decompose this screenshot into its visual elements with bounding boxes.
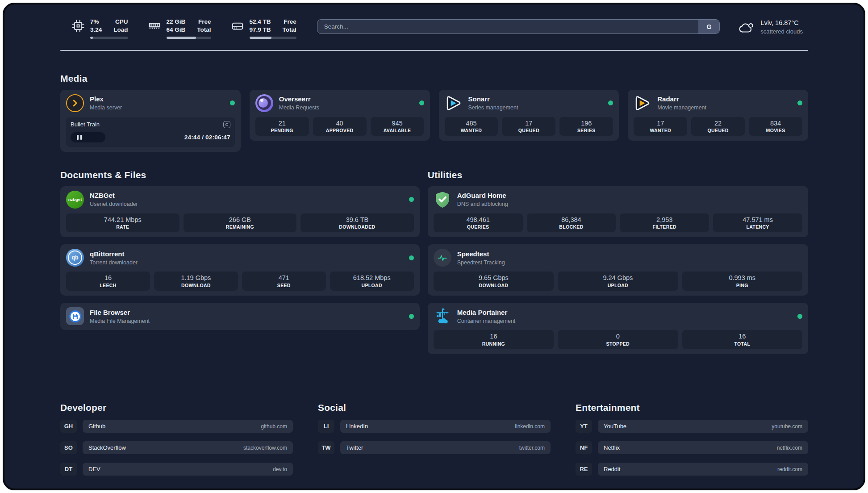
service-card-radarr[interactable]: Radarr Movie management 17WANTED 22QUEUE… (628, 90, 808, 141)
service-card-adguard[interactable]: AdGuard Home DNS and adblocking 498,461Q… (428, 186, 808, 238)
bookmark-link[interactable]: Twitter twitter.com (340, 441, 551, 454)
stat-block: 21PENDING (255, 117, 309, 136)
stat-block: 16RUNNING (434, 330, 554, 349)
section-utilities: Utilities AdGuard Home DNS and adblockin… (428, 170, 808, 355)
now-playing-title: Bullet Train (71, 121, 100, 128)
section-title-developer: Developer (60, 402, 293, 413)
memory-free-value: 22 GiB (167, 18, 186, 26)
stat-block: 744.21 MbpsRATE (66, 213, 179, 233)
disk-stat-group: 52.4 TB 97.9 TB Free Total (231, 18, 296, 39)
service-card-plex[interactable]: Plex Media server Bullet Train 24:44 / 0… (60, 90, 241, 152)
service-name: Media Portainer (457, 309, 516, 317)
cpu-icon (71, 19, 85, 33)
plex-icon (66, 94, 84, 112)
status-dot (409, 197, 414, 202)
bookmark-abbr[interactable]: SO (60, 441, 77, 454)
bookmark-dev: DT DEV dev.to (60, 463, 293, 476)
header-divider (60, 50, 808, 51)
memory-total-label: Total (197, 26, 211, 34)
service-name: Radarr (657, 95, 706, 104)
disk-total-label: Total (283, 26, 296, 34)
bookmark-abbr[interactable]: DT (60, 463, 77, 476)
bookmark-link[interactable]: DEV dev.to (83, 463, 293, 476)
stat-block: 22QUEUED (691, 117, 745, 136)
stat-block: 0.993 msPING (682, 272, 802, 291)
cpu-load-label: Load (113, 26, 128, 34)
service-card-speedtest[interactable]: Speedtest Speedtest Tracking 9.65 GbpsDO… (428, 244, 808, 296)
service-card-qbittorrent[interactable]: qb qBittorrent Torrent downloader 16LEEC… (60, 244, 420, 296)
bookmark-link[interactable]: Github github.com (83, 420, 293, 433)
service-name: Speedtest (457, 250, 505, 259)
bookmark-link[interactable]: Netflix netflix.com (598, 441, 808, 454)
bookmark-link[interactable]: LinkedIn linkedin.com (340, 420, 551, 433)
service-name: Plex (90, 95, 122, 104)
filebrowser-icon (66, 307, 84, 325)
stat-block: 39.6 TBDOWNLOADED (300, 213, 414, 233)
section-documents: Documents & Files nzbget NZBGet Usenet d… (60, 170, 420, 330)
stat-block: 9.24 GbpsUPLOAD (558, 272, 678, 291)
bookmark-group-social: Social LI LinkedIn linkedin.com TW Twitt… (318, 402, 551, 476)
cloud-icon (738, 20, 755, 34)
service-name: AdGuard Home (457, 192, 508, 200)
sonarr-icon (445, 94, 463, 112)
bookmark-group-developer: Developer GH Github github.com SO StackO… (60, 402, 293, 476)
bookmark-stackoverflow: SO StackOverflow stackoverflow.com (60, 441, 293, 454)
memory-stat-group: 22 GiB 64 GiB Free Total (148, 18, 211, 39)
stat-block: 498,461QUERIES (434, 213, 523, 233)
player-widget-icon[interactable] (223, 121, 230, 128)
status-dot (608, 100, 613, 105)
cpu-usage-value: 7% (90, 18, 102, 26)
bookmark-abbr[interactable]: LI (318, 420, 334, 433)
search-input[interactable] (317, 20, 698, 33)
section-title-utilities: Utilities (428, 170, 808, 180)
bookmark-link[interactable]: StackOverflow stackoverflow.com (83, 441, 293, 454)
bookmark-abbr[interactable]: RE (576, 463, 592, 476)
service-subtitle: Speedtest Tracking (457, 259, 505, 266)
stat-block: 945AVAILABLE (371, 117, 424, 136)
service-card-sonarr[interactable]: Sonarr Series management 485WANTED 17QUE… (439, 90, 619, 141)
google-search-button[interactable]: G (698, 20, 719, 33)
bookmark-abbr[interactable]: NF (576, 441, 592, 454)
stat-block: 485WANTED (445, 117, 498, 136)
stat-block: 1.19 GbpsDOWNLOAD (154, 272, 238, 291)
top-bar: 7% 3.24 CPU Load (60, 13, 808, 39)
stat-block: 266 GBREMAINING (184, 213, 297, 233)
status-dot (230, 100, 235, 105)
section-title-entertainment: Entertainment (576, 402, 808, 413)
status-dot (797, 314, 802, 319)
service-card-overseerr[interactable]: Overseerr Media Requests 21PENDING 40APP… (250, 90, 430, 141)
service-subtitle: Movie management (657, 104, 706, 111)
disk-free-label: Free (283, 18, 296, 26)
stat-block: 40APPROVED (313, 117, 367, 136)
bookmark-youtube: YT YouTube youtube.com (576, 420, 808, 433)
cpu-load-value: 3.24 (90, 26, 102, 34)
disk-total-value: 97.9 TB (250, 26, 271, 34)
service-name: Sonarr (468, 95, 518, 104)
bookmark-abbr[interactable]: TW (318, 441, 334, 454)
service-card-portainer[interactable]: Media Portainer Container management 16R… (428, 303, 808, 354)
portainer-icon (434, 307, 451, 325)
service-subtitle: Media File Management (90, 318, 150, 324)
service-card-nzbget[interactable]: nzbget NZBGet Usenet downloader 744.21 M… (60, 186, 420, 238)
bookmark-abbr[interactable]: GH (60, 420, 77, 433)
cpu-stat-group: 7% 3.24 CPU Load (71, 18, 128, 39)
stat-block: 834MOVIES (749, 117, 802, 136)
stat-block: 17QUEUED (502, 117, 555, 136)
service-subtitle: Media Requests (279, 104, 319, 111)
stat-block: 16TOTAL (682, 330, 802, 349)
bookmark-abbr[interactable]: YT (576, 420, 592, 433)
bookmark-github: GH Github github.com (60, 420, 293, 433)
bookmark-twitter: TW Twitter twitter.com (318, 441, 551, 454)
disk-progress-bar (250, 37, 296, 39)
system-stats: 7% 3.24 CPU Load (71, 18, 296, 39)
bookmark-link[interactable]: YouTube youtube.com (598, 420, 808, 433)
media-grid: Plex Media server Bullet Train 24:44 / 0… (60, 90, 808, 152)
bookmark-link[interactable]: Reddit reddit.com (598, 463, 808, 476)
service-name: File Browser (90, 309, 150, 317)
stat-block: 618.52 MbpsUPLOAD (330, 272, 414, 291)
pause-button[interactable] (71, 132, 105, 142)
stat-block: 196SERIES (559, 117, 613, 136)
stat-block: 86,384BLOCKED (527, 213, 616, 233)
service-card-filebrowser[interactable]: File Browser Media File Management (60, 303, 420, 330)
memory-progress-bar (167, 37, 211, 39)
